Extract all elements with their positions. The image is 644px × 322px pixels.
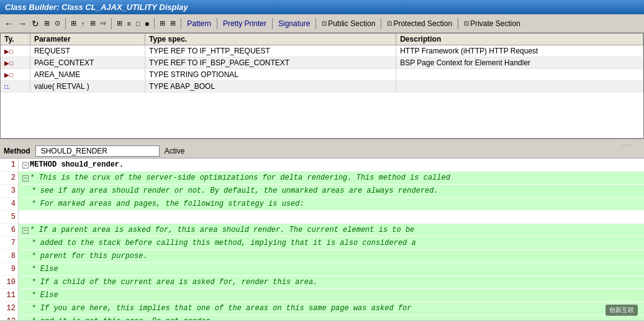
row-icon: ▶□ — [1, 57, 30, 69]
protected-section-button[interactable]: ⊡ Protected Section — [384, 18, 455, 29]
btn6-icon: ⇨ — [101, 19, 106, 27]
table-row[interactable]: ▶□ REQUEST TYPE REF TO IF_HTTP_REQUEST H… — [1, 45, 643, 57]
comment-2: * This is the crux of the server-side op… — [30, 173, 450, 182]
col-ty: Ty. — [1, 34, 30, 45]
btn9[interactable]: □ — [134, 19, 142, 29]
line-num-5: 5 — [0, 211, 18, 224]
code-line-6: −* If a parent area is asked for, this a… — [19, 224, 644, 237]
comment-4: * For marked areas and pages, the follow… — [31, 200, 304, 208]
comment-9: * Else — [31, 265, 58, 274]
collapse-1[interactable]: − — [22, 162, 29, 168]
btn9-icon: □ — [136, 20, 140, 27]
private-section-label: Private Section — [470, 19, 520, 28]
comment-8: * parent for this purpose. — [31, 252, 147, 260]
table-row[interactable]: □. value( RETVAL ) TYPE ABAP_BOOL — [1, 81, 643, 93]
refresh-icon: ↻ — [32, 19, 39, 28]
code-line-10: * If a child of the current area is aske… — [19, 276, 644, 289]
code-line-8: * parent for this purpose. — [19, 250, 644, 263]
line-num-4: 4 — [0, 198, 18, 211]
code-area: 1 2 3 4 5 6 7 8 9 10 11 12 13 14 −METHOD… — [0, 159, 644, 320]
table-row[interactable]: ▶□ AREA_NAME TYPE STRING OPTIONAL — [1, 69, 643, 81]
row-typespec: TYPE STRING OPTIONAL — [145, 69, 396, 81]
method-bar: Method SHOULD_RENDER Active — [0, 144, 644, 159]
code-line-4: * For marked areas and pages, the follow… — [19, 198, 644, 211]
private-section-button[interactable]: ⊡ Private Section — [461, 18, 523, 29]
public-section-label: Public Section — [328, 19, 375, 28]
collapse-2[interactable]: − — [22, 175, 29, 182]
code-line-5 — [19, 211, 644, 224]
btn5[interactable]: ⊞ — [88, 18, 98, 29]
line-numbers: 1 2 3 4 5 6 7 8 9 10 11 12 13 14 — [0, 159, 19, 320]
btn4[interactable]: ↑ — [79, 19, 87, 29]
sep2 — [111, 18, 112, 29]
sep5 — [217, 18, 217, 29]
btn12-icon: ⊞ — [170, 19, 176, 27]
code-line-13: * and it is not this area. Do not render… — [19, 315, 644, 320]
btn10[interactable]: ■ — [143, 19, 152, 29]
pattern-button[interactable]: Pattern — [184, 19, 214, 29]
collapse-6[interactable]: − — [22, 228, 29, 234]
btn3-icon: ⊞ — [71, 19, 76, 27]
method-name: should_render. — [61, 160, 124, 169]
forward-icon: → — [18, 19, 27, 28]
row-desc — [396, 69, 643, 81]
kw-method: METHOD — [30, 160, 57, 169]
code-lines[interactable]: −METHOD should_render. −* This is the cr… — [19, 159, 644, 320]
btn11[interactable]: ⊞ — [158, 18, 167, 29]
row-icon: ▶□ — [1, 69, 30, 81]
btn12[interactable]: ⊞ — [168, 18, 178, 29]
btn1[interactable]: ⊞ — [42, 18, 52, 29]
sep8 — [381, 18, 381, 29]
sep9 — [458, 18, 458, 29]
sep4 — [181, 18, 181, 29]
toolbar: ← → ↻ ⊞ ⊙ ⊞ ↑ ⊞ ⇨ ⊞ ≡ □ ■ ⊞ ⊞ Pattern — [0, 14, 644, 33]
row-icon: □. — [1, 81, 30, 93]
line-num-12: 12 — [0, 302, 18, 315]
col-desc: Description — [396, 34, 643, 45]
row-desc: HTTP Framework (iHTTP) HTTP Request — [396, 45, 643, 57]
row-typespec: TYPE ABAP_BOOL — [145, 81, 396, 93]
sep3 — [154, 18, 155, 29]
btn3[interactable]: ⊞ — [69, 18, 78, 29]
param-table: Ty. Parameter Type spec. Description ▶□ … — [1, 34, 643, 93]
forward-button[interactable]: → — [16, 18, 29, 29]
btn8[interactable]: ≡ — [125, 19, 133, 29]
divider: ..... — [0, 139, 644, 144]
table-row[interactable]: ▶□ PAGE_CONTEXT TYPE REF TO IF_BSP_PAGE_… — [1, 57, 643, 69]
line-num-6: 6 — [0, 224, 18, 237]
protected-section-label: Protected Section — [393, 19, 452, 28]
public-section-icon: ⊡ — [322, 20, 327, 27]
title-bar: Class Builder: Class CL_AJAX_UTILITY Dis… — [0, 0, 644, 14]
back-button[interactable]: ← — [2, 18, 15, 29]
comment-6: * If a parent area is asked for, this ar… — [30, 226, 414, 234]
refresh-button[interactable]: ↻ — [30, 18, 41, 29]
signature-button[interactable]: Signature — [276, 19, 312, 29]
btn2[interactable]: ⊙ — [53, 18, 62, 29]
sep6 — [272, 18, 273, 29]
row-param: AREA_NAME — [30, 69, 145, 81]
btn10-icon: ■ — [145, 20, 150, 27]
back-icon: ← — [4, 19, 13, 28]
row-icon: ▶□ — [1, 45, 30, 57]
row-param: REQUEST — [30, 45, 145, 57]
row-param: PAGE_CONTEXT — [30, 57, 145, 69]
code-line-7: * added to the stack before calling this… — [19, 237, 644, 250]
line-num-9: 9 — [0, 263, 18, 276]
watermark: 创新互联 — [605, 305, 638, 316]
method-label: Method — [4, 147, 30, 155]
code-line-9: * Else — [19, 263, 644, 276]
pretty-printer-button[interactable]: Pretty Printer — [220, 19, 269, 29]
code-line-1: −METHOD should_render. — [19, 159, 644, 172]
btn6[interactable]: ⇨ — [99, 18, 108, 29]
private-section-icon: ⊡ — [464, 20, 469, 27]
method-value[interactable]: SHOULD_RENDER — [35, 145, 160, 157]
comment-11: * Else — [31, 291, 58, 300]
btn2-icon: ⊙ — [55, 19, 60, 27]
btn1-icon: ⊞ — [44, 19, 50, 27]
row-desc: BSP Page Context for Element Handler — [396, 57, 643, 69]
col-typespec: Type spec. — [145, 34, 396, 45]
code-line-11: * Else — [19, 289, 644, 302]
public-section-button[interactable]: ⊡ Public Section — [319, 18, 378, 29]
btn7[interactable]: ⊞ — [115, 18, 124, 29]
protected-section-icon: ⊡ — [387, 20, 392, 27]
